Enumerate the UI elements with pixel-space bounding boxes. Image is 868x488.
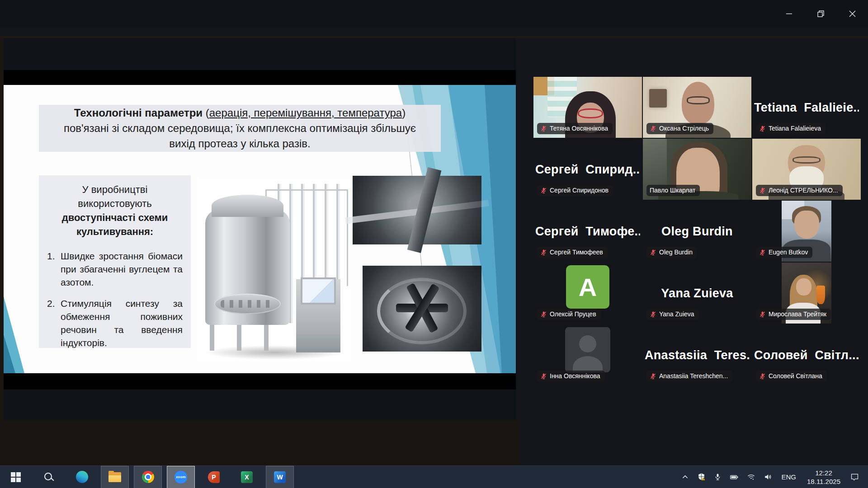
participant-tile[interactable]: Мирослава Трейтяк (752, 263, 861, 324)
participant-name: Yana Zuieva (645, 286, 750, 300)
tray-wifi-icon[interactable] (743, 466, 760, 488)
minimize-icon (785, 10, 793, 18)
participant-label-text: Сергей Спиридонов (550, 186, 609, 194)
chrome-icon (142, 471, 154, 483)
slide-list-item: Стимуляція синтезу за обмеження поживних… (47, 297, 183, 349)
minimize-button[interactable] (773, 0, 805, 27)
tray-clock[interactable]: 12:22 18.11.2025 (802, 469, 846, 486)
participant-tile[interactable]: Леонід СТРЕЛЬНИКО... (752, 139, 861, 200)
participant-tile[interactable]: АОлексій Пруцев (533, 263, 642, 324)
close-icon (849, 10, 856, 18)
participant-tile[interactable]: Сергей Тимофе...Сергей Тимофеев (533, 201, 642, 262)
bioreactor-photo (198, 178, 351, 361)
taskbar: zoomPXW (0, 465, 868, 488)
mic-muted-icon (759, 125, 766, 132)
taskbar-start-button[interactable] (2, 466, 30, 488)
security-shield-warning-icon[interactable] (693, 466, 710, 488)
participant-label-text: Tetiana Falalieieva (769, 124, 821, 132)
impeller-photo (363, 266, 481, 352)
taskbar-word-button[interactable]: W (266, 466, 294, 488)
restore-button[interactable] (805, 0, 836, 27)
participant-label-text: Yana Zuieva (659, 310, 694, 318)
window-controls (773, 0, 868, 27)
participant-label: Yana Zuieva (646, 309, 699, 320)
taskbar-powerpoint-button[interactable]: P (200, 466, 228, 488)
tank-interior-photo (353, 176, 481, 244)
mic-muted-icon (759, 311, 766, 318)
background-strip-left (0, 38, 4, 420)
shared-screen: Технологічні параметри (аерація, переміш… (4, 38, 516, 420)
participant-tile[interactable]: Oleg BurdinOleg Burdin (643, 201, 751, 262)
avatar-letter: А (579, 272, 597, 302)
slide-title: Технологічні параметри (аерація, переміш… (39, 105, 441, 152)
taskbar-explorer-button[interactable] (101, 466, 129, 488)
participant-label: Леонід СТРЕЛЬНИКО... (756, 185, 843, 196)
taskbar-chrome-button[interactable] (134, 466, 162, 488)
edge-icon (76, 471, 88, 483)
participant-label: Інна Овсяннікова (537, 371, 605, 382)
participant-label: Сергей Спиридонов (537, 185, 613, 196)
tray-time: 12:22 (807, 469, 840, 477)
participant-tile[interactable]: Соловей Світл...Соловей Світлана (752, 324, 861, 385)
participant-name: Anastasiia Teres... (645, 348, 750, 362)
taskbar-search-button[interactable] (35, 466, 63, 488)
mic-muted-icon (650, 249, 656, 256)
mic-muted-icon (540, 125, 547, 132)
participant-label-text: Леонід СТРЕЛЬНИКО... (769, 186, 838, 194)
powerpoint-icon: P (208, 471, 220, 483)
participant-label-text: Тетяна Овсяннікова (550, 124, 608, 132)
participant-tile[interactable]: Eugen Butkov (752, 201, 861, 262)
participant-avatar: А (566, 265, 609, 309)
participant-avatar (565, 327, 610, 372)
participant-tile[interactable]: Павло Шкарлат (643, 139, 751, 200)
share-top-divider (0, 36, 868, 38)
taskbar-edge-button[interactable] (68, 466, 96, 488)
restore-icon (817, 10, 825, 18)
participant-tile[interactable]: Yana ZuievaYana Zuieva (643, 263, 751, 324)
close-button[interactable] (836, 0, 868, 27)
participant-tile[interactable]: Тетяна Овсяннікова (533, 77, 642, 138)
slide-letterbox-top (4, 70, 516, 85)
taskbar-excel-button[interactable]: X (233, 466, 261, 488)
taskbar-zoom-button[interactable]: zoom (167, 466, 195, 488)
participant-name: Oleg Burdin (645, 224, 750, 238)
word-icon: W (274, 471, 286, 483)
mic-muted-icon (759, 249, 766, 256)
tray-speaker-icon[interactable] (760, 466, 776, 488)
participant-tile[interactable]: Anastasiia Teres...Anastasiia Tereshchen… (643, 324, 751, 385)
slide-decoration-bottom-left (4, 292, 31, 373)
participant-grid: Тетяна ОвсянніковаОксана СтрілецьTetiana… (533, 77, 861, 385)
mic-muted-icon (540, 187, 547, 194)
participant-label-text: Eugen Butkov (769, 248, 808, 256)
participant-label-text: Oleg Burdin (659, 248, 693, 256)
participant-label: Соловей Світлана (756, 371, 827, 382)
mic-muted-icon (540, 249, 547, 256)
participant-label-text: Anastasiia Tereshchen... (659, 372, 728, 380)
participant-tile[interactable]: Оксана Стрілець (643, 77, 751, 138)
participant-label-text: Інна Овсяннікова (550, 372, 600, 380)
mic-muted-icon (650, 373, 656, 380)
slide-title-underlined: аерація, перемішування, температура (209, 107, 402, 119)
mic-muted-icon (759, 187, 766, 194)
participant-tile[interactable]: Сергей Спирид...Сергей Спиридонов (533, 139, 642, 200)
person-silhouette-icon (579, 335, 596, 352)
participant-tile[interactable]: Tetiana Falalieie...Tetiana Falalieieva (752, 77, 861, 138)
participant-name: Сергей Тимофе... (535, 224, 640, 238)
participant-label: Оксана Стрілець (646, 123, 713, 134)
participant-label-text: Оксана Стрілець (659, 124, 709, 132)
participant-tile[interactable]: Інна Овсяннікова (533, 324, 642, 385)
tray-date: 18.11.2025 (807, 477, 840, 486)
search-icon (43, 472, 54, 483)
tray-language-indicator[interactable]: ENG (776, 473, 802, 481)
tray-chevron-up-icon[interactable] (677, 466, 693, 488)
windows-start-icon (11, 472, 21, 482)
tray-microphone-icon[interactable] (710, 466, 726, 488)
participant-name: Соловей Світл... (754, 348, 859, 362)
participant-label-text: Сергей Тимофеев (550, 248, 603, 256)
file-explorer-icon (108, 472, 121, 482)
slide-text-heading: У виробництві використовують двоступінча… (47, 183, 183, 239)
action-center-icon[interactable] (846, 466, 863, 488)
tray-battery-icon[interactable] (726, 466, 743, 488)
slide-list-item: Швидке зростання біомаси при збагаченні … (47, 249, 183, 289)
participant-label: Сергей Тимофеев (537, 247, 608, 258)
